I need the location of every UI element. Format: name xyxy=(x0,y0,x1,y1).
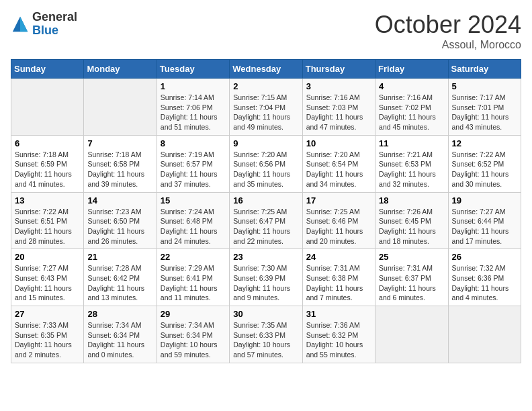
weekday-header: Sunday xyxy=(11,60,84,79)
day-info: Sunrise: 7:22 AMSunset: 6:51 PMDaylight:… xyxy=(15,207,80,246)
day-info: Sunrise: 7:32 AMSunset: 6:36 PMDaylight:… xyxy=(452,263,517,303)
calendar-cell: 14Sunrise: 7:23 AMSunset: 6:50 PMDayligh… xyxy=(84,192,157,249)
day-info: Sunrise: 7:19 AMSunset: 6:57 PMDaylight:… xyxy=(161,150,226,189)
calendar-cell: 5Sunrise: 7:17 AMSunset: 7:01 PMDaylight… xyxy=(448,79,521,136)
day-number: 16 xyxy=(233,195,298,205)
calendar-body: 1Sunrise: 7:14 AMSunset: 7:06 PMDaylight… xyxy=(11,79,521,363)
calendar-cell: 13Sunrise: 7:22 AMSunset: 6:51 PMDayligh… xyxy=(11,192,84,249)
day-number: 26 xyxy=(452,252,517,262)
day-number: 3 xyxy=(306,81,371,91)
day-info: Sunrise: 7:15 AMSunset: 7:04 PMDaylight:… xyxy=(233,93,298,132)
day-number: 9 xyxy=(233,138,298,148)
day-info: Sunrise: 7:30 AMSunset: 6:39 PMDaylight:… xyxy=(233,263,298,303)
day-info: Sunrise: 7:18 AMSunset: 6:58 PMDaylight:… xyxy=(87,150,152,189)
day-number: 1 xyxy=(161,81,226,91)
day-info: Sunrise: 7:31 AMSunset: 6:38 PMDaylight:… xyxy=(306,263,371,303)
day-info: Sunrise: 7:34 AMSunset: 6:34 PMDaylight:… xyxy=(161,320,226,360)
logo-text: General Blue xyxy=(32,11,77,38)
day-info: Sunrise: 7:25 AMSunset: 6:46 PMDaylight:… xyxy=(306,207,371,246)
calendar-cell: 10Sunrise: 7:20 AMSunset: 6:54 PMDayligh… xyxy=(302,135,375,192)
calendar-cell: 9Sunrise: 7:20 AMSunset: 6:56 PMDaylight… xyxy=(230,135,302,192)
day-number: 31 xyxy=(306,309,371,319)
logo-icon xyxy=(11,15,30,34)
weekday-header: Saturday xyxy=(448,60,521,79)
calendar-cell: 2Sunrise: 7:15 AMSunset: 7:04 PMDaylight… xyxy=(230,79,302,136)
calendar-cell: 7Sunrise: 7:18 AMSunset: 6:58 PMDaylight… xyxy=(84,135,157,192)
calendar-cell: 29Sunrise: 7:34 AMSunset: 6:34 PMDayligh… xyxy=(157,306,229,363)
day-number: 24 xyxy=(306,252,371,262)
day-info: Sunrise: 7:34 AMSunset: 6:34 PMDaylight:… xyxy=(87,320,152,360)
calendar-cell: 4Sunrise: 7:16 AMSunset: 7:02 PMDaylight… xyxy=(375,79,448,136)
day-number: 4 xyxy=(379,81,444,91)
weekday-header: Friday xyxy=(375,60,448,79)
location: Assoul, Morocco xyxy=(375,39,521,51)
weekday-header: Thursday xyxy=(302,60,375,79)
calendar-cell xyxy=(375,306,448,363)
calendar-cell xyxy=(448,306,521,363)
calendar-cell: 18Sunrise: 7:26 AMSunset: 6:45 PMDayligh… xyxy=(375,192,448,249)
day-info: Sunrise: 7:24 AMSunset: 6:48 PMDaylight:… xyxy=(161,207,226,246)
calendar-week-row: 1Sunrise: 7:14 AMSunset: 7:06 PMDaylight… xyxy=(11,79,521,136)
day-info: Sunrise: 7:35 AMSunset: 6:33 PMDaylight:… xyxy=(233,320,298,360)
day-number: 25 xyxy=(379,252,444,262)
month-title: October 2024 xyxy=(375,11,521,39)
logo: General Blue xyxy=(11,11,77,38)
svg-marker-1 xyxy=(20,17,28,32)
day-number: 6 xyxy=(15,138,80,148)
calendar-cell: 26Sunrise: 7:32 AMSunset: 6:36 PMDayligh… xyxy=(448,249,521,306)
calendar-cell: 3Sunrise: 7:16 AMSunset: 7:03 PMDaylight… xyxy=(302,79,375,136)
day-number: 19 xyxy=(452,195,517,205)
day-number: 23 xyxy=(233,252,298,262)
calendar-cell: 23Sunrise: 7:30 AMSunset: 6:39 PMDayligh… xyxy=(230,249,302,306)
day-number: 30 xyxy=(233,309,298,319)
calendar-week-row: 13Sunrise: 7:22 AMSunset: 6:51 PMDayligh… xyxy=(11,192,521,249)
day-info: Sunrise: 7:20 AMSunset: 6:54 PMDaylight:… xyxy=(306,150,371,189)
day-number: 28 xyxy=(87,309,152,319)
calendar-cell: 21Sunrise: 7:28 AMSunset: 6:42 PMDayligh… xyxy=(84,249,157,306)
day-info: Sunrise: 7:18 AMSunset: 6:59 PMDaylight:… xyxy=(15,150,80,189)
day-info: Sunrise: 7:25 AMSunset: 6:47 PMDaylight:… xyxy=(233,207,298,246)
calendar-cell xyxy=(11,79,84,136)
day-info: Sunrise: 7:33 AMSunset: 6:35 PMDaylight:… xyxy=(15,320,80,360)
day-info: Sunrise: 7:28 AMSunset: 6:42 PMDaylight:… xyxy=(87,263,152,303)
calendar-cell: 17Sunrise: 7:25 AMSunset: 6:46 PMDayligh… xyxy=(302,192,375,249)
calendar-cell: 15Sunrise: 7:24 AMSunset: 6:48 PMDayligh… xyxy=(157,192,229,249)
day-number: 27 xyxy=(15,309,80,319)
day-info: Sunrise: 7:26 AMSunset: 6:45 PMDaylight:… xyxy=(379,207,444,246)
day-number: 21 xyxy=(87,252,152,262)
calendar-cell: 31Sunrise: 7:36 AMSunset: 6:32 PMDayligh… xyxy=(302,306,375,363)
calendar-cell: 6Sunrise: 7:18 AMSunset: 6:59 PMDaylight… xyxy=(11,135,84,192)
day-number: 7 xyxy=(87,138,152,148)
calendar-table: SundayMondayTuesdayWednesdayThursdayFrid… xyxy=(11,59,521,363)
calendar-cell: 20Sunrise: 7:27 AMSunset: 6:43 PMDayligh… xyxy=(11,249,84,306)
day-number: 14 xyxy=(87,195,152,205)
calendar-cell: 27Sunrise: 7:33 AMSunset: 6:35 PMDayligh… xyxy=(11,306,84,363)
calendar-cell: 22Sunrise: 7:29 AMSunset: 6:41 PMDayligh… xyxy=(157,249,229,306)
day-info: Sunrise: 7:36 AMSunset: 6:32 PMDaylight:… xyxy=(306,320,371,360)
day-info: Sunrise: 7:27 AMSunset: 6:44 PMDaylight:… xyxy=(452,207,517,246)
day-info: Sunrise: 7:29 AMSunset: 6:41 PMDaylight:… xyxy=(161,263,226,303)
day-info: Sunrise: 7:20 AMSunset: 6:56 PMDaylight:… xyxy=(233,150,298,189)
calendar-cell: 19Sunrise: 7:27 AMSunset: 6:44 PMDayligh… xyxy=(448,192,521,249)
calendar-header: SundayMondayTuesdayWednesdayThursdayFrid… xyxy=(11,60,521,79)
logo-general: General xyxy=(32,10,77,24)
day-info: Sunrise: 7:14 AMSunset: 7:06 PMDaylight:… xyxy=(161,93,226,132)
day-number: 22 xyxy=(161,252,226,262)
calendar-week-row: 6Sunrise: 7:18 AMSunset: 6:59 PMDaylight… xyxy=(11,135,521,192)
weekday-header: Monday xyxy=(84,60,157,79)
day-number: 17 xyxy=(306,195,371,205)
day-number: 10 xyxy=(306,138,371,148)
calendar-cell: 12Sunrise: 7:22 AMSunset: 6:52 PMDayligh… xyxy=(448,135,521,192)
day-number: 15 xyxy=(161,195,226,205)
day-info: Sunrise: 7:31 AMSunset: 6:37 PMDaylight:… xyxy=(379,263,444,303)
day-number: 18 xyxy=(379,195,444,205)
day-info: Sunrise: 7:23 AMSunset: 6:50 PMDaylight:… xyxy=(87,207,152,246)
calendar-week-row: 27Sunrise: 7:33 AMSunset: 6:35 PMDayligh… xyxy=(11,306,521,363)
day-info: Sunrise: 7:21 AMSunset: 6:53 PMDaylight:… xyxy=(379,150,444,189)
day-info: Sunrise: 7:16 AMSunset: 7:02 PMDaylight:… xyxy=(379,93,444,132)
calendar-week-row: 20Sunrise: 7:27 AMSunset: 6:43 PMDayligh… xyxy=(11,249,521,306)
calendar-cell: 24Sunrise: 7:31 AMSunset: 6:38 PMDayligh… xyxy=(302,249,375,306)
weekday-row: SundayMondayTuesdayWednesdayThursdayFrid… xyxy=(11,60,521,79)
title-block: October 2024 Assoul, Morocco xyxy=(375,11,521,51)
day-info: Sunrise: 7:16 AMSunset: 7:03 PMDaylight:… xyxy=(306,93,371,132)
